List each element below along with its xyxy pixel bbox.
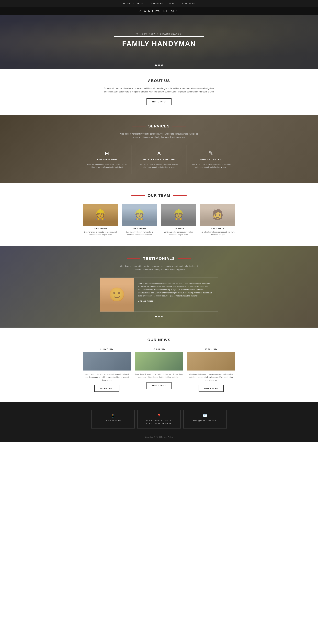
news-text-2: Oum dolor sit amet, consectetuer adipisc… <box>135 373 183 379</box>
services-desc: Cee dolor in hendrerit in volestie conse… <box>118 132 200 139</box>
hero-dot-3[interactable] <box>161 64 163 66</box>
news-card-2: 17 JUN 2014 Oum dolor sit amet, consecte… <box>135 348 183 392</box>
news-grid: 21 MAY 2014 Lorem ipsum dolor sit amet, … <box>83 348 235 392</box>
nav-services[interactable]: SERVICES <box>151 2 163 5</box>
about-title: ABOUT US <box>103 78 215 83</box>
team-name-mark: MARK SMITH <box>200 228 235 230</box>
footer-email-text: MAIL@DEMOLINK.ORG <box>186 419 224 422</box>
testimonial-dot-3[interactable] <box>161 316 163 318</box>
hero-subtitle: WINDOW REPAIR & MAINTENANCE <box>114 33 204 35</box>
services-grid: ⊟ CONSULTATION Fure dolor in hendrerit i… <box>83 145 235 174</box>
team-title: OUR TEAM <box>7 193 311 198</box>
hero-dots[interactable] <box>155 64 163 66</box>
nav-contacts[interactable]: CONTACTS <box>182 2 195 5</box>
news-more-info-button-1[interactable]: MORE INFO <box>94 385 119 392</box>
service-name-letter: WRITE A LETTER <box>191 158 231 161</box>
news-date-3: 03 JUL 2014 <box>187 348 235 350</box>
testimonial-dot-2[interactable] <box>158 316 160 318</box>
testimonial-card: 🙂 "Fure dolor in hendrerit in volestie c… <box>100 278 218 312</box>
team-grid: 👷 JOHN ADAMS Bon hendrerit in volestie c… <box>83 204 235 236</box>
news-image-1 <box>83 352 131 370</box>
nav-about[interactable]: ABOUT <box>137 2 144 5</box>
hero-box: FAMILY HANDYMAN <box>114 36 204 51</box>
logo-icon: ⊙ <box>139 10 142 12</box>
team-photo-mark: 🧔 <box>200 204 235 226</box>
hero-section: WINDOW REPAIR & MAINTENANCE FAMILY HANDY… <box>0 15 318 69</box>
testimonial-dots[interactable] <box>7 316 311 318</box>
team-name-tom: TOM SMITH <box>161 228 196 230</box>
news-card-1: 21 MAY 2014 Lorem ipsum dolor sit amet, … <box>83 348 131 392</box>
testimonial-person-icon: 🙂 <box>108 287 125 302</box>
location-icon: 📍 <box>140 414 178 418</box>
phone-icon: 📱 <box>94 414 132 418</box>
news-more-info-button-3[interactable]: MORE INFO <box>199 385 224 392</box>
news-card-3: 03 JUL 2014 Claritas est etiam processus… <box>187 348 235 392</box>
footer-phone: 📱 +1 800 603 6035 <box>91 410 135 428</box>
team-section: OUR TEAM 👷 JOHN ADAMS Bon hendrerit in v… <box>0 183 318 246</box>
footer: 📱 +1 800 603 6035 📍 9870 ST VINCENT PLAC… <box>0 402 318 442</box>
team-desc-tom: Verit in volestie consequat, vel illum d… <box>161 230 196 236</box>
testimonial-content: "Fure dolor in hendrerit in volestie con… <box>134 278 218 312</box>
footer-address: 📍 9870 ST VINCENT PLACE, GLASGOW, DC 45 … <box>137 410 181 428</box>
nav-blog[interactable]: BLOG <box>169 2 176 5</box>
footer-address-text: 9870 ST VINCENT PLACE, GLASGOW, DC 45 FR… <box>140 419 178 425</box>
about-section: ABOUT US Fure dolor in hendrerit in vole… <box>0 69 318 114</box>
service-name-consultation: CONSULTATION <box>87 158 127 161</box>
john-silhouette: 👷 <box>94 209 107 221</box>
main-nav: HOME / ABOUT / SERVICES / BLOG / CONTACT… <box>0 0 318 7</box>
testimonials-desc: Cee dolor in hendrerit in volestie conse… <box>118 264 200 272</box>
service-card-consultation: ⊟ CONSULTATION Fure dolor in hendrerit i… <box>83 145 131 174</box>
footer-email: ✉️ MAIL@DEMOLINK.ORG <box>183 410 227 428</box>
team-photo-tom: 👷 <box>161 204 196 226</box>
footer-phone-text: +1 800 603 6035 <box>94 419 132 422</box>
testimonial-photo: 🙂 <box>100 278 134 312</box>
services-section: SERVICES Cee dolor in hendrerit in voles… <box>0 114 318 183</box>
team-desc-jake: Duis autem vel eum iriure dolor in hendr… <box>122 230 157 236</box>
testimonials-section: TESTIMONIALS Cee dolor in hendrerit in v… <box>0 246 318 328</box>
hero-dot-1[interactable] <box>155 64 157 66</box>
footer-contacts: 📱 +1 800 603 6035 📍 9870 ST VINCENT PLAC… <box>91 410 227 428</box>
news-title: OUR NEWS <box>7 338 311 342</box>
about-text: Fure dolor in hendrerit in volestie cons… <box>103 87 215 94</box>
email-icon: ✉️ <box>186 414 224 418</box>
team-desc-john: Bon hendrerit in volestie consequat, vel… <box>83 230 118 236</box>
logo-bar: ⊙WINDOWS REPAIR <box>0 7 318 15</box>
service-desc-letter: Dolor in hendrerit in volestie consequat… <box>191 163 231 169</box>
service-name-maintenance: MAINTENANCE & REPAIR <box>139 158 179 161</box>
about-more-info-button[interactable]: MORE INFO <box>146 98 172 105</box>
news-date-1: 21 MAY 2014 <box>83 348 131 350</box>
maintenance-icon: ✕ <box>139 150 179 156</box>
team-card-mark: 🧔 MARK SMITH No ndrerit in volestie cons… <box>200 204 235 236</box>
news-text-3: Claritas est etiam processus dynamicus, … <box>187 373 235 382</box>
service-desc-consultation: Fure dolor in hendrerit in volestie cons… <box>87 163 127 169</box>
tom-silhouette: 👷 <box>172 209 185 221</box>
service-desc-maintenance: Dolor in hendrerit in volestie consequat… <box>139 163 179 169</box>
nav-home[interactable]: HOME <box>123 2 130 5</box>
service-card-maintenance: ✕ MAINTENANCE & REPAIR Dolor in hendreri… <box>135 145 183 174</box>
team-name-john: JOHN ADAMS <box>83 228 118 230</box>
testimonial-dot-1[interactable] <box>155 316 157 318</box>
team-desc-mark: No ndrerit in volestie consequat, vel il… <box>200 230 235 236</box>
team-card-john: 👷 JOHN ADAMS Bon hendrerit in volestie c… <box>83 204 118 236</box>
hero-content: WINDOW REPAIR & MAINTENANCE FAMILY HANDY… <box>114 33 204 51</box>
testimonial-name: MONICA SMITH <box>138 300 214 302</box>
service-card-letter: ✎ WRITE A LETTER Dolor in hendrerit in v… <box>187 145 235 174</box>
news-date-2: 17 JUN 2014 <box>135 348 183 350</box>
news-image-2 <box>135 352 183 370</box>
news-image-3 <box>187 352 235 370</box>
footer-copyright: Copyright © 2015 | Privacy Policy <box>7 433 311 438</box>
team-name-jake: JAKE ADAMS <box>122 228 157 230</box>
news-more-info-button-2[interactable]: MORE INFO <box>146 382 172 389</box>
team-card-tom: 👷 TOM SMITH Verit in volestie consequat,… <box>161 204 196 236</box>
hero-dot-2[interactable] <box>158 64 160 66</box>
services-title: SERVICES <box>7 124 311 128</box>
letter-icon: ✎ <box>191 150 231 156</box>
testimonial-quote: "Fure dolor in hendrerit in volestie con… <box>138 282 214 298</box>
news-text-1: Lorem ipsum dolor sit amet, consectetuer… <box>83 373 131 382</box>
jake-silhouette: 👷 <box>133 209 146 221</box>
team-card-jake: 👷 JAKE ADAMS Duis autem vel eum iriure d… <box>122 204 157 236</box>
logo-text: WINDOWS REPAIR <box>144 10 177 12</box>
consultation-icon: ⊟ <box>87 150 127 156</box>
hero-title: FAMILY HANDYMAN <box>122 40 196 48</box>
testimonials-title: TESTIMONIALS <box>7 256 311 261</box>
